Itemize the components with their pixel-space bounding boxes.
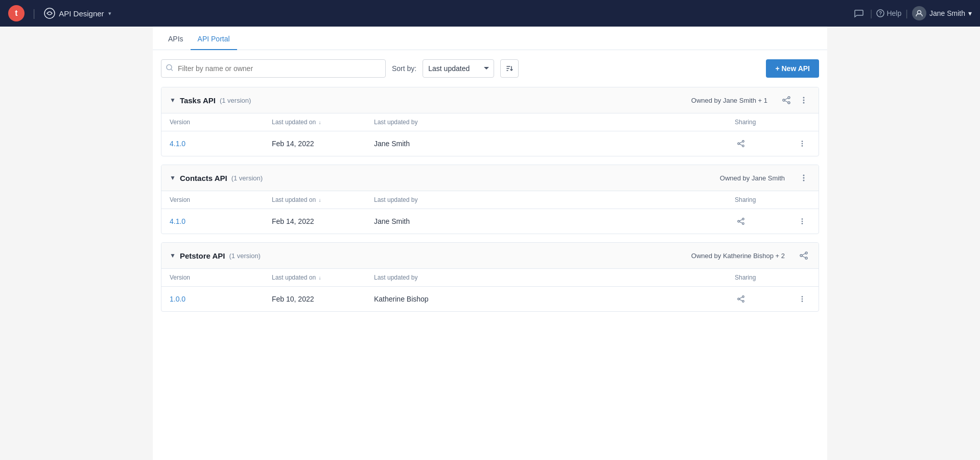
tasks-version-table: Version Last updated on ↓ Last updated b… <box>161 113 819 156</box>
tasks-v1-version: 4.1.0 <box>161 131 264 156</box>
search-input[interactable] <box>161 59 386 78</box>
petstore-v1-updated-on: Feb 10, 2022 <box>264 287 366 312</box>
th-updated-on-petstore: Last updated on ↓ <box>264 269 366 287</box>
svg-point-27 <box>800 255 802 257</box>
svg-point-11 <box>742 141 744 143</box>
th-sharing-contacts: Sharing <box>727 191 788 209</box>
tab-apis[interactable]: APIs <box>161 27 191 50</box>
contacts-version-table: Version Last updated on ↓ Last updated b… <box>161 191 819 234</box>
nav-divider-3: | <box>905 8 908 19</box>
chat-icon <box>854 8 864 18</box>
brand-logo: t <box>8 5 25 21</box>
tasks-v1-share-button[interactable] <box>735 139 747 149</box>
user-name: Jane Smith <box>929 9 965 17</box>
tasks-v1-actions <box>788 131 819 156</box>
svg-point-23 <box>802 218 803 220</box>
svg-text:?: ? <box>879 11 882 16</box>
petstore-v1-more-button[interactable] <box>796 294 808 304</box>
tab-api-portal[interactable]: API Portal <box>191 27 237 50</box>
help-label: Help <box>886 9 901 17</box>
petstore-owner: Owned by Katherine Bishop + 2 <box>691 252 785 260</box>
contacts-version-count: (1 version) <box>231 174 263 182</box>
main-tabs: APIs API Portal <box>153 27 827 50</box>
petstore-version-link[interactable]: 1.0.0 <box>170 295 185 303</box>
contacts-version-link[interactable]: 4.1.0 <box>170 217 185 225</box>
svg-point-25 <box>802 223 803 224</box>
contacts-v1-updated-on: Feb 14, 2022 <box>264 209 366 234</box>
app-dropdown-arrow[interactable]: ▾ <box>108 10 111 17</box>
tasks-share-button[interactable] <box>780 95 793 106</box>
tasks-version-link[interactable]: 4.1.0 <box>170 140 185 148</box>
petstore-version-count: (1 version) <box>229 252 261 260</box>
th-actions-tasks <box>788 113 819 131</box>
svg-point-24 <box>802 221 803 222</box>
tasks-more-button[interactable] <box>797 95 810 106</box>
contacts-v1-share-button[interactable] <box>735 216 747 226</box>
tasks-v1-more-button[interactable] <box>796 139 808 149</box>
svg-point-13 <box>742 145 744 147</box>
tasks-owner: Owned by Jane Smith + 1 <box>691 97 767 104</box>
svg-point-5 <box>788 97 790 99</box>
th-updated-on-tasks: Last updated on ↓ <box>264 113 366 131</box>
petstore-v1-share-button[interactable] <box>735 294 747 304</box>
contacts-actions <box>797 172 810 183</box>
svg-point-33 <box>802 298 803 300</box>
th-version-contacts: Version <box>161 191 264 209</box>
sort-select[interactable]: Last updated Name <box>423 59 494 78</box>
th-updated-by-contacts: Last updated by <box>366 191 727 209</box>
tasks-api-name: Tasks API <box>180 96 216 105</box>
sort-arrow-contacts: ↓ <box>318 197 321 203</box>
tasks-chevron[interactable]: ▼ <box>170 97 176 104</box>
table-row: 4.1.0 Feb 14, 2022 Jane Smith <box>161 209 819 234</box>
th-actions-petstore <box>788 269 819 287</box>
svg-point-29 <box>742 296 744 298</box>
app-name: API Designer <box>59 9 104 18</box>
th-actions-contacts <box>788 191 819 209</box>
petstore-v1-sharing <box>727 287 788 312</box>
api-group-header-tasks: ▼ Tasks API (1 version) Owned by Jane Sm… <box>161 87 819 113</box>
new-api-button[interactable]: + New API <box>766 59 819 78</box>
sort-order-button[interactable] <box>500 59 519 78</box>
tasks-v1-sharing <box>727 131 788 156</box>
user-menu-button[interactable]: Jane Smith ▾ <box>912 6 972 20</box>
api-group-tasks: ▼ Tasks API (1 version) Owned by Jane Sm… <box>161 87 819 156</box>
contacts-v1-updated-by: Jane Smith <box>366 209 727 234</box>
table-row: 4.1.0 Feb 14, 2022 Jane Smith <box>161 131 819 156</box>
sort-by-label: Sort by: <box>392 64 416 73</box>
chat-icon-button[interactable] <box>852 6 866 20</box>
svg-point-26 <box>805 252 807 254</box>
help-button[interactable]: ? Help <box>876 9 901 17</box>
svg-point-21 <box>738 220 740 222</box>
search-wrapper <box>161 59 386 78</box>
svg-point-15 <box>802 143 803 145</box>
svg-point-0 <box>44 8 55 18</box>
svg-point-30 <box>738 298 740 300</box>
contacts-more-button[interactable] <box>797 172 810 183</box>
svg-point-19 <box>803 180 805 181</box>
petstore-api-name: Petstore API <box>180 251 225 260</box>
svg-point-14 <box>802 141 803 142</box>
th-updated-on-contacts: Last updated on ↓ <box>264 191 366 209</box>
svg-point-7 <box>788 102 790 104</box>
petstore-share-button[interactable] <box>797 250 810 261</box>
tasks-v1-updated-by: Jane Smith <box>366 131 727 156</box>
sort-order-icon <box>505 64 514 73</box>
petstore-chevron[interactable]: ▼ <box>170 252 176 259</box>
contacts-v1-version: 4.1.0 <box>161 209 264 234</box>
user-avatar <box>912 6 926 20</box>
tasks-version-count: (1 version) <box>220 97 251 104</box>
contacts-chevron[interactable]: ▼ <box>170 174 176 181</box>
contacts-v1-more-button[interactable] <box>796 216 808 226</box>
nav-divider-2: | <box>870 8 873 19</box>
api-group-contacts: ▼ Contacts API (1 version) Owned by Jane… <box>161 165 819 234</box>
svg-point-9 <box>803 100 805 101</box>
svg-point-8 <box>803 97 805 99</box>
api-group-header-contacts: ▼ Contacts API (1 version) Owned by Jane… <box>161 165 819 191</box>
help-icon: ? <box>876 9 884 17</box>
api-list: ▼ Tasks API (1 version) Owned by Jane Sm… <box>153 87 827 332</box>
svg-point-32 <box>802 296 803 297</box>
contacts-api-name: Contacts API <box>180 174 227 182</box>
svg-point-22 <box>742 223 744 225</box>
contacts-owner: Owned by Jane Smith <box>720 174 785 182</box>
apigee-icon <box>43 7 56 19</box>
